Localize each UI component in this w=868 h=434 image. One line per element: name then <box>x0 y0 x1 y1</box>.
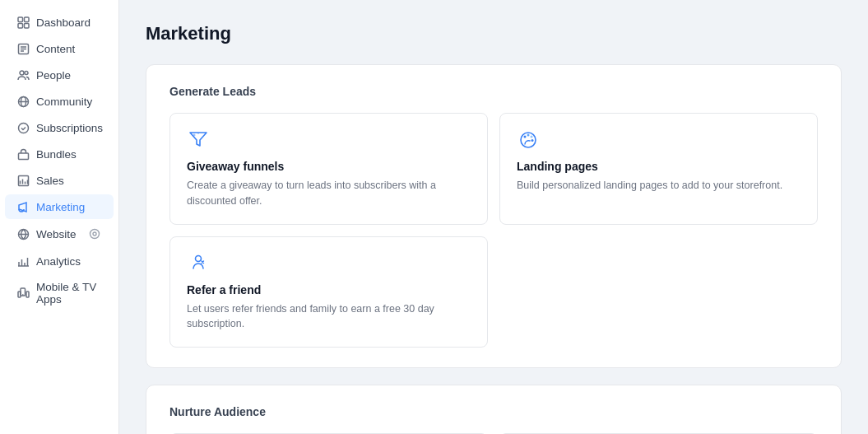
nurture-audience-title: Nurture Audience <box>169 405 818 418</box>
refer-friend-card[interactable]: Refer a friend Let users refer friends a… <box>169 236 488 348</box>
svg-point-36 <box>524 136 527 138</box>
sidebar-label-dashboard: Dashboard <box>36 16 91 29</box>
sidebar-label-bundles: Bundles <box>36 148 77 161</box>
svg-point-37 <box>527 134 530 137</box>
landing-pages-title: Landing pages <box>517 160 801 173</box>
website-icon <box>16 227 30 240</box>
sidebar-item-website[interactable]: Website <box>5 221 114 247</box>
generate-leads-title: Generate Leads <box>169 85 818 98</box>
giveaway-funnels-title: Giveaway funnels <box>187 160 471 173</box>
sidebar-item-sales[interactable]: Sales <box>5 168 114 193</box>
landing-pages-card[interactable]: Landing pages Build personalized landing… <box>499 113 818 225</box>
generate-leads-cards: Giveaway funnels Create a giveaway to tu… <box>169 113 818 348</box>
nurture-audience-section: Nurture Audience Email Broadcasts Send s… <box>146 385 842 434</box>
dashboard-icon <box>16 16 30 29</box>
svg-point-33 <box>193 134 196 137</box>
svg-rect-2 <box>18 23 23 28</box>
palette-icon <box>517 128 801 152</box>
sales-icon <box>16 174 30 187</box>
sidebar-label-people: People <box>36 69 71 82</box>
sidebar-item-community[interactable]: Community <box>5 89 114 114</box>
subscriptions-icon <box>16 121 30 134</box>
analytics-icon <box>16 254 30 268</box>
sidebar-item-analytics[interactable]: Analytics <box>5 249 114 273</box>
content-icon <box>16 42 30 55</box>
refer-friend-title: Refer a friend <box>187 283 471 296</box>
svg-point-34 <box>197 133 199 134</box>
svg-rect-0 <box>18 17 23 22</box>
sidebar-label-community: Community <box>36 96 92 108</box>
main-content: Marketing Generate Leads Giveaway funnel… <box>119 0 868 434</box>
svg-point-8 <box>20 71 24 75</box>
sidebar-item-bundles[interactable]: Bundles <box>5 142 114 166</box>
svg-point-40 <box>196 255 202 261</box>
refer-friend-desc: Let users refer friends and family to ea… <box>187 301 471 333</box>
svg-point-9 <box>25 71 28 74</box>
sidebar-label-sales: Sales <box>36 175 64 187</box>
svg-rect-31 <box>18 292 21 297</box>
sidebar-label-mobile-tv: Mobile & TV Apps <box>36 281 102 306</box>
sidebar-label-marketing: Marketing <box>36 201 85 213</box>
sidebar-item-dashboard[interactable]: Dashboard <box>5 10 114 35</box>
sidebar-item-people[interactable]: People <box>5 63 114 87</box>
svg-rect-1 <box>24 17 29 22</box>
svg-point-38 <box>531 136 533 138</box>
sidebar-item-mobile-tv[interactable]: Mobile & TV Apps <box>5 275 114 311</box>
community-icon <box>16 95 30 108</box>
svg-point-39 <box>531 139 534 142</box>
sidebar-item-content[interactable]: Content <box>5 36 114 61</box>
svg-rect-3 <box>24 23 29 28</box>
giveaway-funnels-card[interactable]: Giveaway funnels Create a giveaway to tu… <box>169 113 488 225</box>
sidebar-label-content: Content <box>36 43 75 55</box>
funnel-icon <box>187 128 471 152</box>
page-title: Marketing <box>146 23 842 44</box>
landing-pages-desc: Build personalized landing pages to add … <box>517 178 801 194</box>
sidebar-label-analytics: Analytics <box>36 255 81 268</box>
people-icon <box>16 68 30 82</box>
svg-point-13 <box>18 123 28 133</box>
generate-leads-section: Generate Leads Giveaway funnels Create a… <box>146 64 842 368</box>
sidebar-item-subscriptions[interactable]: Subscriptions <box>5 115 114 140</box>
sidebar-label-subscriptions: Subscriptions <box>36 122 103 134</box>
sidebar-label-website: Website <box>36 228 77 240</box>
sidebar-item-marketing[interactable]: Marketing <box>5 194 114 219</box>
marketing-icon <box>16 200 30 213</box>
svg-rect-14 <box>18 153 28 160</box>
svg-point-23 <box>93 232 96 236</box>
sidebar: Dashboard Content People <box>0 0 119 434</box>
refer-icon <box>187 252 471 275</box>
mobile-icon <box>16 287 30 300</box>
svg-rect-32 <box>26 292 29 297</box>
bundles-icon <box>16 147 30 161</box>
svg-point-22 <box>91 230 100 239</box>
giveaway-funnels-desc: Create a giveaway to turn leads into sub… <box>187 178 471 209</box>
website-badge <box>87 226 102 241</box>
